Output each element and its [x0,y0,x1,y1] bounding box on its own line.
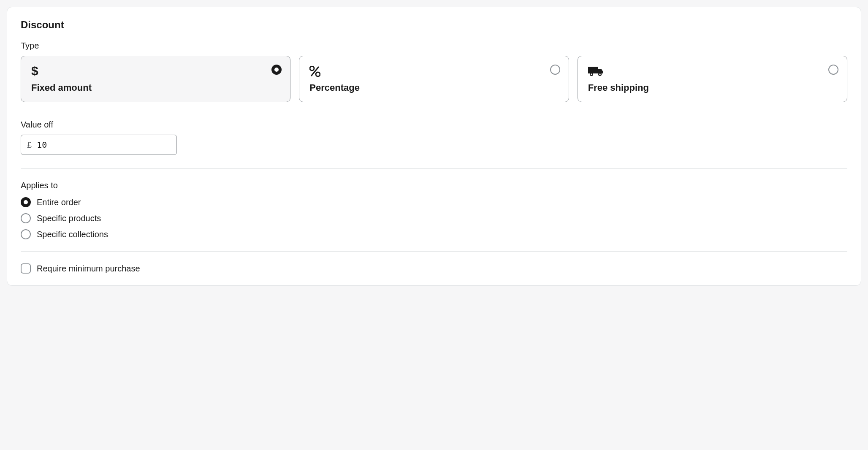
applies-to-specific-products[interactable]: Specific products [21,213,847,223]
divider [21,251,847,252]
radio-icon [21,229,31,239]
type-card-percentage[interactable]: Percentage [299,56,569,102]
applies-to-specific-collections[interactable]: Specific collections [21,229,847,239]
radio-label: Entire order [37,198,81,207]
currency-symbol: £ [27,140,32,150]
radio-icon [550,65,560,75]
applies-to-label: Applies to [21,181,847,190]
radio-icon [21,197,31,207]
section-title: Discount [21,19,847,31]
checkbox-icon [21,263,31,274]
type-card-label: Fixed amount [31,82,280,93]
type-card-label: Free shipping [588,82,837,93]
applies-to-list: Entire order Specific products Specific … [21,197,847,239]
value-off-input[interactable] [37,140,171,150]
radio-icon [828,65,838,75]
dollar-icon: $ [31,65,280,78]
type-card-free-shipping[interactable]: Free shipping [578,56,847,102]
svg-rect-4 [588,67,598,73]
type-card-fixed-amount[interactable]: $ Fixed amount [21,56,290,102]
svg-text:$: $ [31,65,38,78]
type-label: Type [21,41,847,51]
svg-point-2 [316,72,320,76]
radio-label: Specific collections [37,230,108,239]
checkbox-label: Require minimum purchase [37,264,140,274]
svg-point-8 [599,73,601,75]
radio-label: Specific products [37,214,101,223]
radio-icon [21,213,31,223]
truck-icon [588,65,837,78]
value-off-input-wrapper[interactable]: £ [21,135,177,155]
divider [21,168,847,169]
svg-line-3 [311,67,319,76]
radio-icon [271,65,282,75]
svg-point-6 [591,73,592,75]
value-off-section: Value off £ [21,120,847,155]
svg-point-1 [310,66,314,70]
type-cards: $ Fixed amount Percentage [21,56,847,102]
applies-to-entire-order[interactable]: Entire order [21,197,847,207]
require-minimum-purchase[interactable]: Require minimum purchase [21,263,847,274]
discount-card: Discount Type $ Fixed amount Percentage [7,7,861,286]
type-card-label: Percentage [309,82,558,93]
percent-icon [309,65,558,78]
value-off-label: Value off [21,120,847,130]
